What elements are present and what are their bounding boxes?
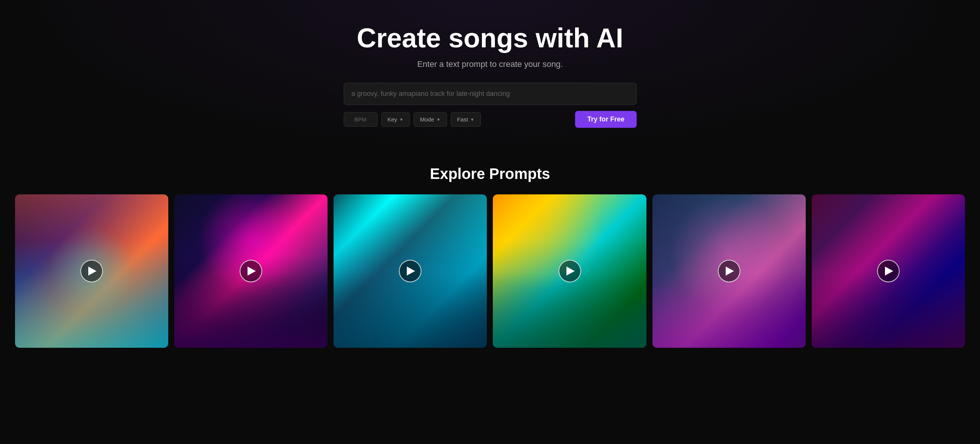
prompt-card-2[interactable] [174, 194, 328, 348]
prompt-input[interactable] [344, 83, 637, 105]
play-button-4[interactable] [558, 260, 581, 282]
card-2-figure [174, 240, 328, 348]
prompt-card-4[interactable] [493, 194, 646, 348]
play-button-6[interactable] [877, 260, 900, 282]
explore-title: Explore Prompts [15, 165, 965, 182]
card-5-figure [652, 240, 806, 348]
hero-section: Create songs with AI Enter a text prompt… [0, 0, 980, 158]
mode-dropdown[interactable]: Mode ▼ [414, 112, 447, 127]
hero-title: Create songs with AI [357, 22, 623, 53]
card-1-figure [15, 240, 168, 348]
key-dropdown[interactable]: Key ▼ [381, 112, 410, 127]
prompt-card-3[interactable] [334, 194, 487, 348]
speed-dropdown[interactable]: Fast ▼ [451, 112, 481, 127]
play-icon-5 [726, 267, 734, 276]
card-4-figure [493, 240, 646, 348]
chevron-down-icon: ▼ [470, 117, 474, 122]
play-button-3[interactable] [399, 260, 422, 282]
card-3-figure [334, 240, 487, 348]
play-icon-1 [88, 267, 97, 276]
prompt-card-5[interactable] [652, 194, 806, 348]
bpm-input[interactable] [344, 112, 377, 127]
play-icon-3 [407, 267, 415, 276]
hero-subtitle: Enter a text prompt to create your song. [417, 59, 563, 69]
play-icon-2 [248, 267, 256, 276]
prompt-container: Key ▼ Mode ▼ Fast ▼ Try for Free [344, 83, 637, 128]
play-button-1[interactable] [80, 260, 103, 282]
chevron-down-icon: ▼ [436, 117, 441, 122]
mode-label: Mode [420, 116, 434, 123]
play-icon-6 [885, 267, 893, 276]
play-button-2[interactable] [240, 260, 262, 282]
play-icon-4 [566, 267, 575, 276]
card-6-figure [812, 240, 965, 348]
prompt-card-1[interactable] [15, 194, 168, 348]
controls-row: Key ▼ Mode ▼ Fast ▼ Try for Free [344, 111, 637, 128]
try-free-button[interactable]: Try for Free [575, 111, 636, 128]
play-button-5[interactable] [718, 260, 740, 282]
chevron-down-icon: ▼ [399, 117, 403, 122]
key-label: Key [388, 116, 398, 123]
explore-section: Explore Prompts [0, 158, 980, 363]
prompts-grid [15, 194, 965, 348]
speed-label: Fast [457, 116, 468, 123]
prompt-card-6[interactable] [812, 194, 965, 348]
